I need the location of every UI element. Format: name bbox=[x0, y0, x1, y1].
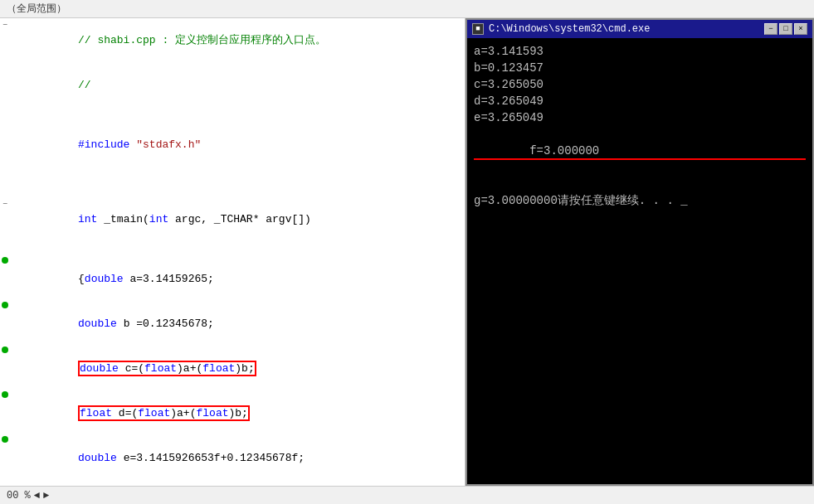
code-text-8 bbox=[10, 242, 465, 257]
cmd-output-line-7: g=3.00000000请按任意键继续. . . _ bbox=[474, 192, 806, 209]
code-text-12: float d=(float)a+(float)b; bbox=[10, 391, 465, 436]
breakpoint-13 bbox=[2, 436, 8, 443]
line-indicator-7: − bbox=[0, 197, 10, 212]
zoom-value: 00 % bbox=[7, 490, 31, 502]
code-text-14 bbox=[10, 481, 465, 486]
code-text-9: {double a=3.14159265; bbox=[10, 257, 465, 302]
cmd-maximize-button[interactable]: □ bbox=[779, 23, 792, 35]
line-indicator-13 bbox=[0, 436, 10, 443]
line-indicator-12 bbox=[0, 391, 10, 398]
cmd-output-line-2: b=0.123457 bbox=[474, 60, 806, 76]
cmd-body: a=3.141593 b=0.123457 c=3.265050 d=3.265… bbox=[467, 38, 812, 484]
code-line-8 bbox=[0, 242, 465, 257]
cmd-window: ■ C:\Windows\system32\cmd.exe − □ × a=3.… bbox=[465, 18, 814, 486]
strikethrough-line bbox=[474, 158, 806, 160]
cmd-output-line-4: d=3.265049 bbox=[474, 93, 806, 109]
code-line-9: {double a=3.14159265; bbox=[0, 257, 465, 302]
cmd-output-line-5: e=3.265049 bbox=[474, 109, 806, 126]
code-editor[interactable]: − // shabi.cpp : 定义控制台应用程序的入口点。 // bbox=[0, 18, 465, 486]
cmd-titlebar-buttons: − □ × bbox=[764, 23, 807, 35]
code-line-3 bbox=[0, 108, 465, 123]
cmd-output-line-3: c=3.265050 bbox=[474, 76, 806, 93]
breakpoint-11 bbox=[2, 346, 8, 353]
code-text-2: // bbox=[10, 63, 465, 108]
breakpoint-10 bbox=[2, 302, 8, 308]
code-text-10: double b =0.12345678; bbox=[10, 302, 465, 346]
code-text-1: // shabi.cpp : 定义控制台应用程序的入口点。 bbox=[10, 18, 465, 63]
code-line-13: double e=3.1415926653f+0.12345678f; bbox=[0, 436, 465, 481]
breakpoint-12 bbox=[2, 391, 8, 398]
collapse-icon-7: − bbox=[2, 197, 7, 212]
line-indicator-9 bbox=[0, 257, 10, 264]
code-text-5 bbox=[10, 167, 465, 182]
code-line-14 bbox=[0, 481, 465, 486]
code-text-6 bbox=[10, 182, 465, 197]
code-line-1: − // shabi.cpp : 定义控制台应用程序的入口点。 bbox=[0, 18, 465, 63]
line-indicator-1: − bbox=[0, 18, 10, 33]
status-bar: 00 % ◄ ► bbox=[0, 486, 814, 504]
cmd-output-line-1: a=3.141593 bbox=[474, 43, 806, 60]
code-area[interactable]: − // shabi.cpp : 定义控制台应用程序的入口点。 // bbox=[0, 18, 465, 486]
code-text-3 bbox=[10, 108, 465, 123]
code-line-5 bbox=[0, 167, 465, 182]
code-text-13: double e=3.1415926653f+0.12345678f; bbox=[10, 436, 465, 481]
code-line-10: double b =0.12345678; bbox=[0, 302, 465, 346]
zoom-right-arrow[interactable]: ► bbox=[43, 490, 49, 502]
collapse-icon-1: − bbox=[2, 18, 7, 33]
breadcrumb-bar: （全局范围） bbox=[0, 0, 814, 18]
zoom-left-arrow[interactable]: ◄ bbox=[34, 490, 40, 502]
cmd-icon: ■ bbox=[472, 23, 484, 35]
zoom-control: 00 % ◄ ► bbox=[7, 490, 49, 502]
cmd-close-button[interactable]: × bbox=[794, 23, 807, 35]
code-text-7: int _tmain(int argc, _TCHAR* argv[]) bbox=[10, 197, 465, 242]
code-text-4: #include "stdafx.h" bbox=[10, 123, 465, 167]
code-line-7: − int _tmain(int argc, _TCHAR* argv[]) bbox=[0, 197, 465, 242]
cmd-output-line-6: f=3.000000 bbox=[474, 126, 806, 192]
cmd-minimize-button[interactable]: − bbox=[764, 23, 777, 35]
code-line-2: // bbox=[0, 63, 465, 108]
line-indicator-11 bbox=[0, 346, 10, 353]
code-line-6 bbox=[0, 182, 465, 197]
code-line-12: float d=(float)a+(float)b; bbox=[0, 391, 465, 436]
code-line-11: double c=(float)a+(float)b; bbox=[0, 346, 465, 391]
main-content: − // shabi.cpp : 定义控制台应用程序的入口点。 // bbox=[0, 18, 814, 486]
cmd-titlebar: ■ C:\Windows\system32\cmd.exe − □ × bbox=[467, 20, 812, 38]
breadcrumb-text: （全局范围） bbox=[7, 2, 66, 16]
line-indicator-10 bbox=[0, 302, 10, 308]
breakpoint-9 bbox=[2, 257, 8, 264]
code-text-11: double c=(float)a+(float)b; bbox=[10, 346, 465, 391]
code-line-4: #include "stdafx.h" bbox=[0, 123, 465, 167]
cmd-title: C:\Windows\system32\cmd.exe bbox=[489, 23, 764, 35]
